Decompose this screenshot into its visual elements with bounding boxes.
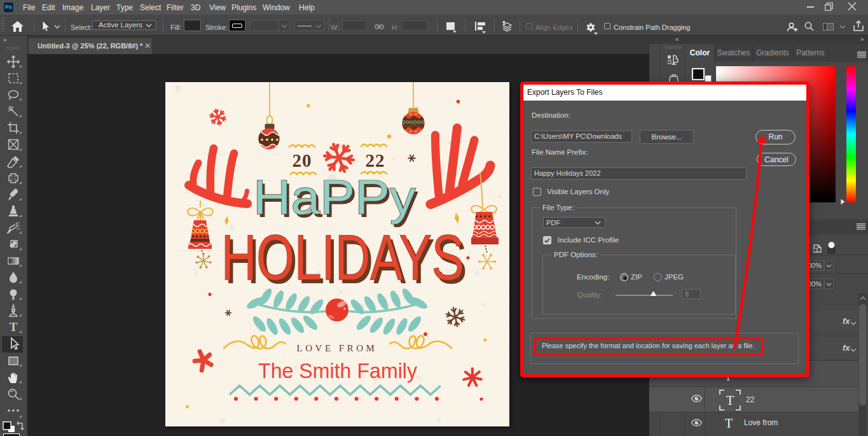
svg-text:HOLIDAYS: HOLIDAYS bbox=[221, 222, 464, 293]
svg-text:LOVE FROM: LOVE FROM bbox=[297, 343, 378, 353]
svg-text:22: 22 bbox=[366, 150, 385, 171]
svg-text:20: 20 bbox=[293, 150, 312, 171]
svg-text:T: T bbox=[726, 393, 734, 407]
svg-text:T: T bbox=[10, 320, 18, 334]
svg-text:HaPPy: HaPPy bbox=[253, 170, 416, 224]
svg-text:The Smith Family: The Smith Family bbox=[258, 359, 417, 383]
